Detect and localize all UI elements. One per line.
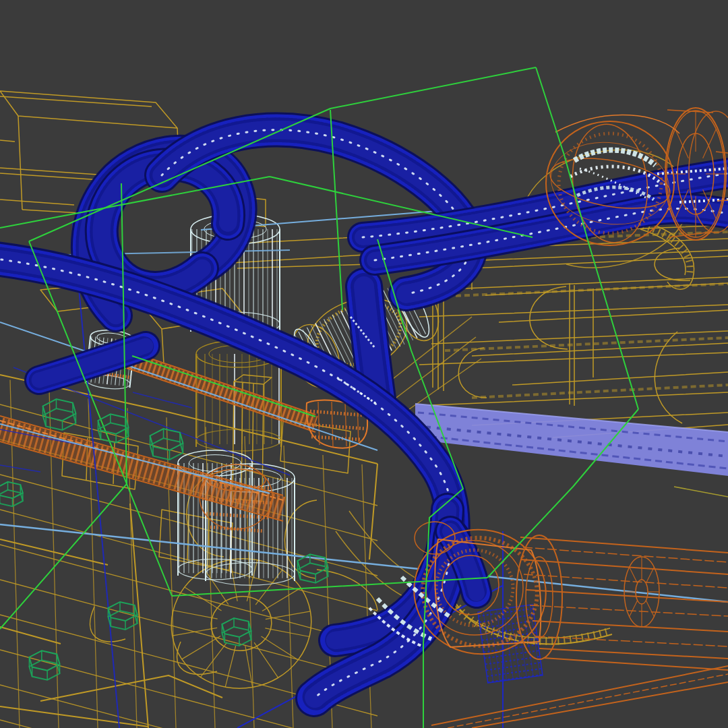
radial-disc-hub <box>207 592 276 655</box>
hex-nut <box>29 650 59 679</box>
cylinder-disc <box>624 557 659 627</box>
hex-nut <box>0 482 23 506</box>
hex-nut <box>150 429 183 460</box>
box-topleft-topface <box>0 91 177 128</box>
sphere-top-curve <box>555 115 679 133</box>
hex-nut <box>222 618 251 646</box>
disc-ring <box>317 570 377 610</box>
hex-nut <box>98 414 128 442</box>
cylinder-bottom <box>431 666 728 728</box>
cylinder-rim-inner <box>526 557 553 638</box>
lblue-long <box>0 524 728 602</box>
viewport-canvas[interactable] <box>0 0 728 728</box>
corner-line <box>674 487 728 497</box>
wireframe-3d-viewport[interactable] <box>0 0 728 728</box>
layer-green-selection <box>0 67 638 728</box>
hex-nut <box>43 399 76 430</box>
